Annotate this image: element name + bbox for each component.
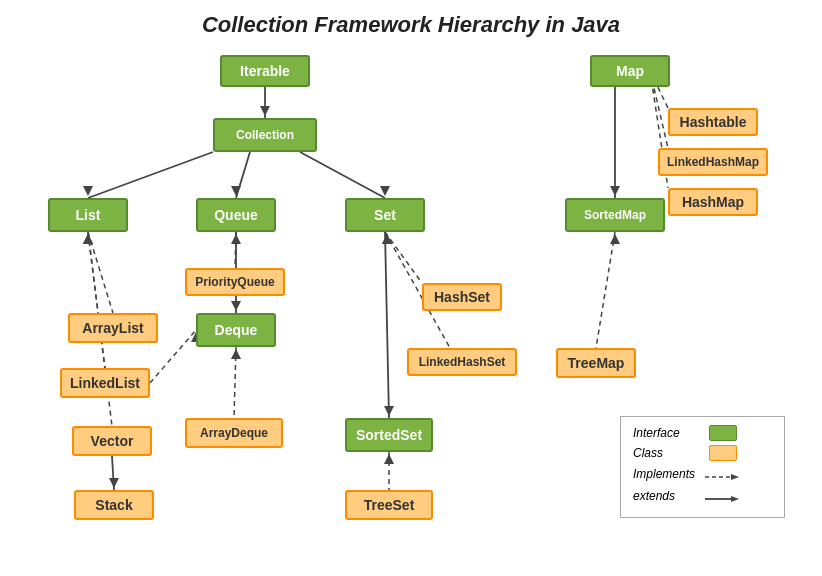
svg-marker-33 (610, 186, 620, 196)
svg-marker-17 (231, 234, 241, 244)
svg-marker-29 (384, 406, 394, 416)
legend-class-label: Class (633, 446, 703, 460)
node-treemap: TreeMap (556, 348, 636, 378)
legend: Interface Class Implements extends (620, 416, 785, 518)
node-linkedhashset: LinkedHashSet (407, 348, 517, 376)
node-collection: Collection (213, 118, 317, 152)
svg-marker-19 (231, 301, 241, 311)
legend-class-row: Class (633, 445, 772, 461)
legend-extends-label: extends (633, 489, 703, 503)
svg-marker-9 (83, 234, 93, 244)
legend-interface-label: Interface (633, 426, 703, 440)
svg-marker-1 (260, 106, 270, 116)
svg-marker-5 (231, 186, 241, 196)
page-title: Collection Framework Hierarchy in Java (0, 0, 822, 38)
svg-line-20 (234, 347, 236, 418)
svg-marker-27 (382, 234, 392, 244)
svg-line-2 (88, 152, 213, 198)
node-queue: Queue (196, 198, 276, 232)
node-hashmap: HashMap (668, 188, 758, 216)
svg-marker-45 (731, 496, 739, 502)
legend-interface-box (709, 425, 737, 441)
node-deque: Deque (196, 313, 276, 347)
node-sortedmap: SortedMap (565, 198, 665, 232)
node-arraylist: ArrayList (68, 313, 158, 343)
svg-marker-13 (83, 234, 93, 244)
node-list: List (48, 198, 128, 232)
node-treeset: TreeSet (345, 490, 433, 520)
svg-marker-21 (231, 349, 241, 359)
svg-marker-3 (83, 186, 93, 196)
node-stack: Stack (74, 490, 154, 520)
svg-line-16 (235, 232, 236, 268)
node-linkedlist: LinkedList (60, 368, 150, 398)
svg-marker-41 (610, 234, 620, 244)
node-iterable: Iterable (220, 55, 310, 87)
svg-marker-15 (109, 478, 119, 488)
svg-line-8 (88, 232, 113, 313)
svg-line-6 (300, 152, 385, 198)
node-hashtable: Hashtable (668, 108, 758, 136)
svg-marker-43 (731, 474, 739, 480)
node-map: Map (590, 55, 670, 87)
legend-extends-arrow (703, 487, 741, 505)
node-priorityqueue: PriorityQueue (185, 268, 285, 296)
svg-line-28 (385, 232, 389, 418)
legend-interface-row: Interface (633, 425, 772, 441)
svg-marker-25 (382, 234, 392, 244)
legend-extends-row: extends (633, 487, 772, 505)
svg-line-40 (596, 232, 615, 348)
node-sortedset: SortedSet (345, 418, 433, 452)
legend-implements-row: Implements (633, 465, 772, 483)
node-vector: Vector (72, 426, 152, 456)
svg-marker-11 (83, 234, 93, 244)
svg-line-14 (112, 456, 114, 490)
node-hashset: HashSet (422, 283, 502, 311)
legend-class-box (709, 445, 737, 461)
legend-implements-label: Implements (633, 467, 703, 481)
node-arraydeque: ArrayDeque (185, 418, 283, 448)
legend-implements-arrow (703, 465, 741, 483)
svg-line-24 (385, 232, 422, 283)
svg-line-10 (88, 232, 105, 368)
node-linkedhashmap: LinkedHashMap (658, 148, 768, 176)
node-set: Set (345, 198, 425, 232)
svg-marker-31 (384, 454, 394, 464)
svg-line-4 (236, 152, 250, 198)
svg-marker-7 (380, 186, 390, 196)
diagram-container: Collection Framework Hierarchy in Java (0, 0, 822, 576)
